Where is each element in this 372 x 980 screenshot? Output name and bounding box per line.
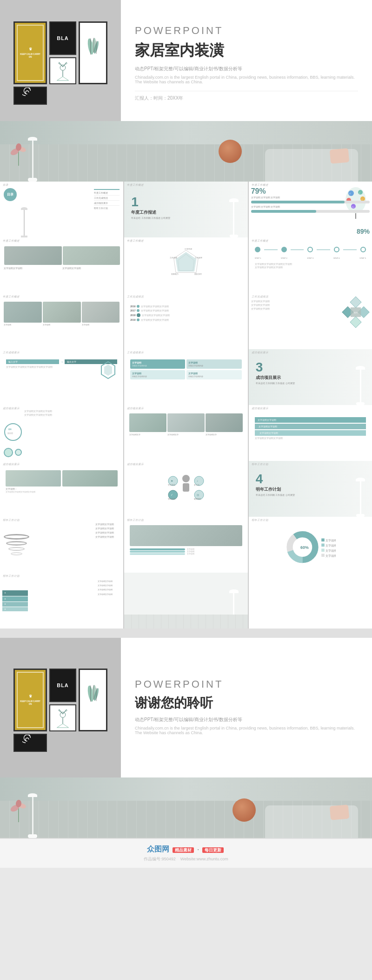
cover-info: Chinadaily.com.cn is the largest English… xyxy=(135,75,358,84)
diamond-slide: 工作完成情况 室内 文字说明文字说明 文字说明文字说明 文字说明文字说明 xyxy=(249,293,372,349)
svg-line-9 xyxy=(63,62,66,67)
svg-rect-49 xyxy=(183,483,189,492)
svg-text:室内: 室内 xyxy=(354,311,358,314)
slides-row-2: 年度工作概述 文字说明文字说明 文字说明文字说明 年度工作概述 计划完成 工作效… xyxy=(0,237,372,293)
svg-line-82 xyxy=(59,709,63,714)
thankyou-content: POWERPOINT 谢谢您的聆听 动态PPT/框架完整/可以编辑/商业计划书/… xyxy=(121,638,372,777)
pillow-bottom xyxy=(330,804,349,820)
spiral-frame xyxy=(13,87,47,105)
empty-slide xyxy=(249,573,372,629)
lamp-bottom xyxy=(28,793,37,838)
flow-boxes-slide: 工作成绩展示 文字说明 详细文字说明内容 文字说明 详细文字说明内容 文字说明 … xyxy=(124,349,247,405)
thankyou-slide: ♛ KEEP CALM CARRY ON BLA xyxy=(0,638,372,777)
slides-row-7: 明年工作计划 文字说明文字说明 文字说明文字说明 文字说明文字说明 文字说明文字… xyxy=(0,517,372,573)
svg-text:创新能力: 创新能力 xyxy=(171,273,179,275)
pillow-decoration xyxy=(330,148,349,163)
interior-slide-2: 年度工作概述 文字说明 文字说明 文字说明 xyxy=(0,293,123,349)
svg-text:文字说明: 文字说明 xyxy=(326,539,336,542)
svg-text:计划完成: 计划完成 xyxy=(184,248,192,250)
watermark-dot: · xyxy=(198,846,199,853)
lamp-decoration xyxy=(28,137,37,182)
svg-text:健康增长: 健康增长 xyxy=(194,498,201,500)
stacked-rings-slide: 明年工作计划 文字说明文字说明 文字说明文字说明 文字说明文字说明 文字说明文字… xyxy=(0,517,123,573)
thankyou-keep-calm-frame: ♛ KEEP CALM CARRY ON xyxy=(13,669,47,731)
deer-frame xyxy=(49,57,76,84)
svg-marker-44 xyxy=(104,365,112,376)
section4-slide: 明年工作计划 4 明年工作计划 年末总结 工作回顾 工作描述 公司展望 xyxy=(249,461,372,517)
decor-ball xyxy=(219,140,242,163)
svg-rect-72 xyxy=(322,554,325,557)
svg-text:◎: ◎ xyxy=(197,493,199,496)
svg-text:文字说明: 文字说明 xyxy=(326,544,336,547)
svg-line-8 xyxy=(59,62,63,67)
slides-row-8: 明年工作计划 ▼ ▼ ▼ ▼ 文字说明文字说明 文字说明文字说明 文字说明文字说… xyxy=(0,573,372,629)
photos3-slide: 成功项目展示 文字说明文字 文字说明文字 文字说明文字 xyxy=(124,405,247,461)
svg-text:60%: 60% xyxy=(300,545,309,549)
svg-text:✓: ✓ xyxy=(171,493,173,496)
cover-slide: ♛ KEEP CALM CARRY ON BLA xyxy=(0,0,372,121)
svg-text:工作质量: 工作质量 xyxy=(170,257,177,259)
section1-slide: 年度工作概述 1 年度工作报述 年末总结 工作回顾 工作描述 公司展望 xyxy=(124,182,247,237)
svg-point-86 xyxy=(60,712,66,717)
watermark-main: 众图网 xyxy=(147,845,169,853)
cover-title-en: POWERPOINT xyxy=(135,25,358,37)
thankyou-feathers-frame xyxy=(79,669,107,731)
radar-slide: 年度工作概述 计划完成 工作效率 团队协作 创新能力 工作质量 xyxy=(124,237,247,293)
slides-row-4: 工作成绩展示 输入文字 → 输出文字 文字说明文字说明文字说明文字说明文字说明 … xyxy=(0,349,372,405)
funnel-slide: 明年工作计划 ▼ ▼ ▼ ▼ 文字说明文字说明 文字说明文字说明 文字说明文字说… xyxy=(0,573,123,629)
interior-slide-1: 年度工作概述 文字说明文字说明 文字说明文字说明 xyxy=(0,237,123,293)
thankyou-title-cn: 谢谢您的聆听 xyxy=(135,694,358,712)
slides-row-6: 成功项目展示 文字说明： 文字说明文字说明文字说明文字说明 成功项目展示 ★ xyxy=(0,461,372,517)
watermark-sub2: Website:www.zhuntu.com xyxy=(180,857,228,861)
person-circles-slide: 成功项目展示 ★ ♪ ✓ ◎ 学生优化 多元化 强化培训 健康增长 xyxy=(124,461,247,517)
process-slide: 工作完成情况 2016 文字说明文字说明文字说明 2017 文字说明文字说明文字… xyxy=(124,293,247,349)
thankyou-title-en: POWERPOINT xyxy=(135,678,358,690)
interior-photo-strip xyxy=(0,121,372,182)
thankyou-info: Chinadaily.com.cn is the largest English… xyxy=(135,726,358,735)
svg-marker-80 xyxy=(57,723,69,727)
svg-text:强化培训: 强化培训 xyxy=(168,498,175,500)
svg-text:♪: ♪ xyxy=(197,480,198,482)
cover-subtitle: 动态PPT/框架完整/可以编辑/商业计划书/数据分析等 xyxy=(135,66,358,72)
bla-frame: BLA xyxy=(49,21,76,55)
svg-point-12 xyxy=(60,65,66,70)
donut-slide: 明年工作计划 60% 文字说明 文字说明 文字说明 文字说明 xyxy=(249,517,372,573)
svg-text:圆形图: 圆形图 xyxy=(7,432,13,434)
svg-text:文字说明: 文字说明 xyxy=(326,554,336,557)
feathers-frame xyxy=(79,21,107,84)
svg-text:文字说明: 文字说明 xyxy=(326,549,336,552)
cover-content: POWERPOINT 家居室内装潢 动态PPT/框架完整/可以编辑/商业计划书/… xyxy=(121,0,372,121)
svg-text:★: ★ xyxy=(171,480,173,482)
svg-text:04: 04 xyxy=(8,428,12,431)
svg-text:工作效率: 工作效率 xyxy=(195,257,202,259)
interior-photo-strip-bottom xyxy=(0,777,372,838)
svg-rect-68 xyxy=(322,543,325,547)
svg-point-48 xyxy=(182,475,190,482)
blank-lamp-slide xyxy=(124,573,247,629)
plant-decoration xyxy=(9,138,28,168)
svg-text:团队协作: 团队协作 xyxy=(194,273,201,275)
svg-marker-6 xyxy=(57,76,69,80)
annual-stats-slide: 年度工作概述 79% f ♪ in ✓ G+ 文字说明 文字说明 文字说明 xyxy=(249,182,372,237)
svg-rect-40 xyxy=(350,316,361,327)
slides-row-5: 成功项目展示 04 圆形图 文字说明文字说明文字说明文字说明文字说明文字说明 成… xyxy=(0,405,372,461)
watermark-bar: 众图网 精品素材 · 每日更新 作品编号:950492 Website:www.… xyxy=(0,838,372,868)
horiz-arrow-slide: 成功项目展示 文字说明文字说明 文字说明文字说明 文字说明文字说明 文字说明文字… xyxy=(249,405,372,461)
bedroom-slide: 明年工作计划 文字说明文字说明文字说明 xyxy=(124,517,247,573)
arrow-flow-slide: 工作成绩展示 输入文字 → 输出文字 文字说明文字说明文字说明文字说明文字说明 xyxy=(0,349,123,405)
watermark-badge1: 精品素材 xyxy=(173,847,194,853)
svg-rect-37 xyxy=(350,296,361,307)
cover-art-wall: ♛ KEEP CALM CARRY ON BLA xyxy=(0,0,121,121)
plant-bottom xyxy=(9,794,28,824)
svg-line-83 xyxy=(63,709,66,714)
cover-presenter: 汇报人：时间：20XX年 xyxy=(135,91,358,101)
watermark-sub1: 作品编号:950492 xyxy=(144,857,176,861)
photos2-text-slide: 成功项目展示 文字说明： 文字说明文字说明文字说明文字说明 xyxy=(0,461,123,517)
timeline-slide-1: 年度工作概述 STEP 1STEP 2STEP 3STEP 4STEP 5 文字… xyxy=(249,237,372,293)
toc-slide: 目录 目录 年度工作概述 工作完成情况 成功项目展示 明年工作计划 xyxy=(0,182,123,237)
svg-rect-66 xyxy=(322,538,325,541)
svg-text:学生优化: 学生优化 xyxy=(168,484,175,486)
svg-rect-70 xyxy=(322,548,325,552)
section3-slide: 成功项目展示 3 成功项目展示 年末总结 工作回顾 工作描述 公司展望 xyxy=(249,349,372,405)
thankyou-deer-frame xyxy=(49,704,76,731)
